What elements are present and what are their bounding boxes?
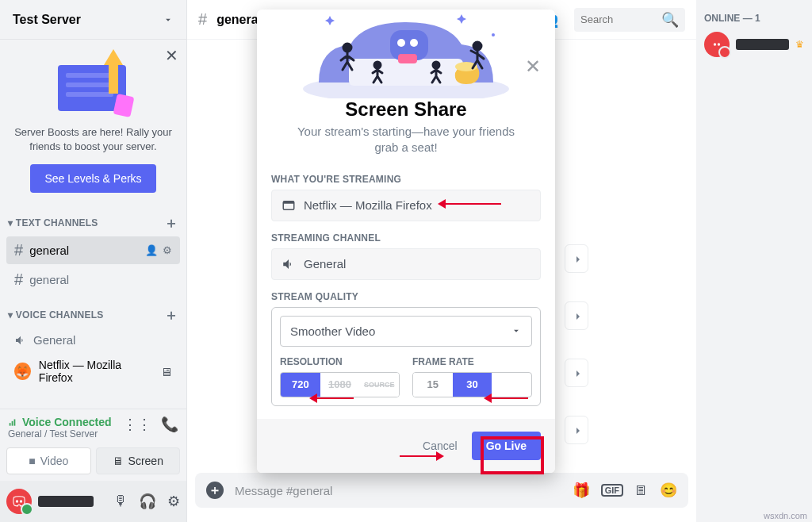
svg-point-18 (492, 33, 495, 36)
framerate-label: FRAME RATE (412, 356, 532, 367)
streaming-source-value: Netflix — Mozilla Firefox (304, 198, 432, 212)
screen-share-modal: ✕ (257, 10, 555, 473)
speaker-icon (282, 257, 296, 271)
resolution-source[interactable]: SOURCE (359, 373, 399, 397)
window-icon (282, 198, 296, 213)
svg-point-11 (410, 39, 418, 47)
quality-select[interactable]: Smoother Video (280, 316, 532, 347)
modal-footer: Cancel Go Live (257, 419, 555, 473)
fps-15[interactable]: 15 (413, 373, 453, 397)
chevron-down-icon (511, 325, 522, 336)
streaming-channel-value: General (304, 257, 346, 271)
cancel-button[interactable]: Cancel (423, 439, 458, 452)
resolution-segmented: 720 1080 SOURCE (280, 372, 400, 397)
modal-hero-illustration (257, 10, 555, 92)
framerate-segmented: 15 30 60 (412, 372, 532, 397)
stream-quality-label: STREAM QUALITY (257, 285, 555, 307)
fps-30[interactable]: 30 (453, 373, 492, 397)
svg-rect-12 (398, 54, 417, 63)
streaming-channel-field[interactable]: General (271, 248, 541, 280)
streaming-channel-label: STREAMING CHANNEL (257, 226, 555, 248)
quality-value: Smoother Video (290, 324, 375, 338)
svg-rect-20 (283, 201, 294, 203)
watermark: wsxdn.com (764, 511, 807, 520)
modal-overlay: ✕ (0, 0, 812, 522)
modal-subtitle: Your stream's starting—have your friends… (257, 124, 555, 167)
streaming-source-field[interactable]: Netflix — Mozilla Firefox (271, 190, 541, 221)
svg-point-14 (343, 44, 351, 52)
svg-point-10 (397, 39, 405, 47)
go-live-button[interactable]: Go Live (472, 432, 541, 460)
what-streaming-label: WHAT YOU'RE STREAMING (257, 167, 555, 190)
resolution-720[interactable]: 720 (281, 373, 320, 397)
resolution-1080[interactable]: 1080 (320, 373, 360, 397)
resolution-label: RESOLUTION (280, 356, 400, 367)
stream-quality-box: Smoother Video RESOLUTION 720 1080 SOURC… (271, 307, 541, 406)
svg-point-17 (473, 42, 481, 50)
